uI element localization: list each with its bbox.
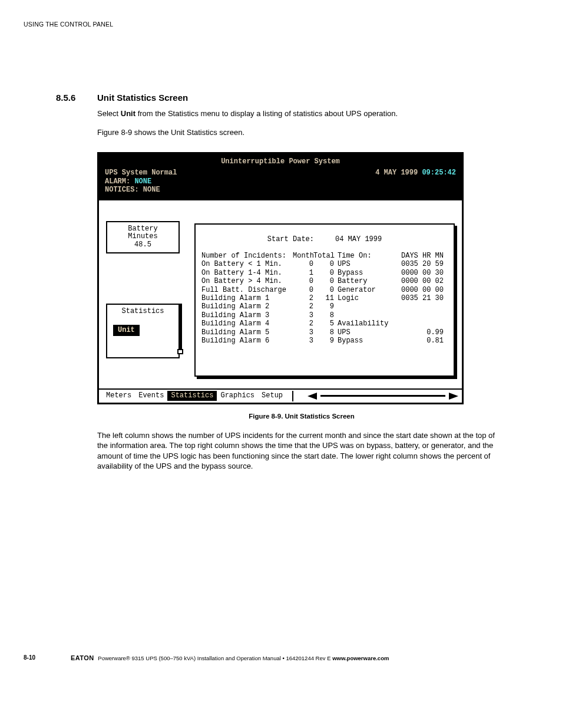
intro-paragraph: Select Unit from the Statistics menu to …: [97, 108, 506, 119]
timeon-label: [334, 302, 382, 311]
footer-mid: Powerware® 9315 UPS (500–750 kVA) Instal…: [97, 655, 332, 661]
start-date-value: 04 MAY 1999: [335, 235, 382, 243]
incident-label: Building Alarm 1: [201, 294, 293, 302]
ups-date: 4 MAY 1999: [375, 169, 418, 177]
ups-screen: Uninterruptible Power System UPS System …: [97, 152, 464, 404]
figure-reference: Figure 8-9 shows the Unit Statistics scr…: [97, 127, 506, 138]
data-row: On Battery 1-4 Min.10Bypass0000 00 30: [201, 269, 448, 277]
data-row: Building Alarm 639Bypass0.81: [201, 337, 448, 345]
ups-time: 09:25:42: [422, 169, 456, 177]
running-header: USING THE CONTROL PANEL: [24, 21, 506, 28]
hdr-incidents: Number of Incidents:: [201, 252, 293, 260]
ups-title: Uninterruptible Power System: [105, 157, 456, 166]
unit-menu-item[interactable]: Unit: [113, 325, 140, 335]
incident-month: 2: [293, 302, 313, 311]
incident-total: 9: [313, 302, 334, 311]
page-footer: 8-10 EATON Powerware® 9315 UPS (500–750 …: [24, 654, 506, 661]
incident-total: 8: [313, 328, 334, 337]
timeon-value: 0000 00 02: [382, 277, 444, 285]
incident-label: Building Alarm 4: [201, 319, 293, 328]
incident-month: 2: [293, 319, 313, 328]
timeon-value: 0035 21 30: [382, 294, 444, 302]
incident-month: 2: [293, 294, 313, 302]
menu-graphics[interactable]: Graphics: [217, 391, 258, 400]
incident-month: 3: [293, 311, 313, 319]
timeon-label: Logic: [334, 294, 382, 302]
incident-label: Building Alarm 2: [201, 302, 293, 311]
incident-label: Building Alarm 3: [201, 311, 293, 319]
intro-post: from the Statistics menu to display a li…: [135, 109, 398, 118]
menu-setup[interactable]: Setup: [258, 391, 286, 400]
timeon-label: Bypass: [334, 269, 382, 277]
incident-month: 0: [293, 286, 313, 294]
bm-l2: Minutes: [110, 233, 176, 241]
timeon-value: [382, 311, 444, 319]
timeon-label: UPS: [334, 328, 382, 337]
section-title: Unit Statistics Screen: [97, 93, 188, 103]
incident-label: On Battery 1-4 Min.: [201, 269, 293, 277]
data-row: Building Alarm 1211Logic0035 21 30: [201, 294, 448, 302]
data-row: Building Alarm 338: [201, 311, 448, 319]
incident-total: 5: [313, 319, 334, 328]
ups-menubar: Meters Events Statistics Graphics Setup: [99, 388, 462, 403]
menu-statistics[interactable]: Statistics: [167, 391, 217, 400]
timeon-label: Availability: [334, 319, 382, 328]
intro-bold: Unit: [121, 109, 135, 118]
bm-l1: Battery: [110, 225, 176, 233]
statistics-menu-box: Statistics Unit: [106, 304, 180, 358]
timeon-value: 0.99: [382, 328, 444, 337]
timeon-label: [334, 311, 382, 319]
timeon-label: Bypass: [334, 337, 382, 345]
hdr-dhm: DAYS HR MN: [382, 252, 444, 260]
timeon-value: [382, 302, 444, 311]
data-row: Building Alarm 538UPS0.99: [201, 328, 448, 337]
ups-status-right: 4 MAY 1999 09:25:42: [375, 169, 456, 194]
incident-total: 9: [313, 337, 334, 345]
menu-separator: [292, 391, 293, 401]
timeon-value: 0000 00 00: [382, 286, 444, 294]
incident-month: 3: [293, 337, 313, 345]
incident-total: 0: [313, 286, 334, 294]
ups-header: Uninterruptible Power System UPS System …: [99, 154, 462, 200]
footer-url: www.powerware.com: [332, 655, 389, 661]
section-number: 8.5.6: [56, 93, 97, 103]
hdr-timeon: Time On:: [334, 252, 382, 260]
intro-pre: Select: [97, 109, 121, 118]
arrow-right-icon[interactable]: [449, 393, 458, 400]
timeon-value: 0035 20 59: [382, 260, 444, 268]
ups-system-status: UPS System Normal: [105, 169, 177, 177]
incident-label: On Battery > 4 Min.: [201, 277, 293, 285]
incident-month: 0: [293, 260, 313, 268]
figure-caption: Figure 8-9. Unit Statistics Screen: [97, 413, 506, 420]
hdr-total: Total: [313, 252, 334, 260]
ups-status-left: UPS System Normal ALARM: NONE NOTICES: N…: [105, 169, 177, 194]
bm-l3: 48.5: [110, 241, 176, 249]
hdr-month: Month: [293, 252, 313, 260]
data-panel: Start Date: 04 MAY 1999 Number of Incide…: [194, 223, 455, 377]
incident-total: 0: [313, 260, 334, 268]
start-date-label: Start Date:: [267, 235, 314, 243]
menu-events[interactable]: Events: [135, 391, 167, 400]
incident-total: 8: [313, 311, 334, 319]
data-row: Building Alarm 425Availability: [201, 319, 448, 328]
incident-month: 3: [293, 328, 313, 337]
timeon-label: Battery: [334, 277, 382, 285]
footer-brand: EATON: [71, 654, 94, 661]
data-row: On Battery > 4 Min.00Battery0000 00 02: [201, 277, 448, 285]
timeon-value: 0000 00 30: [382, 269, 444, 277]
data-row: On Battery < 1 Min.00UPS0035 20 59: [201, 260, 448, 268]
data-row: Full Batt. Discharge00Generator0000 00 0…: [201, 286, 448, 294]
timeon-value: [382, 319, 444, 328]
timeon-label: Generator: [334, 286, 382, 294]
incident-label: Building Alarm 6: [201, 337, 293, 345]
incident-label: Building Alarm 5: [201, 328, 293, 337]
incident-total: 0: [313, 269, 334, 277]
arrow-left-icon[interactable]: [308, 393, 317, 400]
battery-minutes-box: Battery Minutes 48.5: [106, 221, 180, 253]
incident-total: 11: [313, 294, 334, 302]
page-number: 8-10: [24, 654, 35, 661]
timeon-value: 0.81: [382, 337, 444, 345]
menu-meters[interactable]: Meters: [103, 391, 135, 400]
incident-label: Full Batt. Discharge: [201, 286, 293, 294]
scrollbar-thumb[interactable]: [178, 304, 182, 349]
